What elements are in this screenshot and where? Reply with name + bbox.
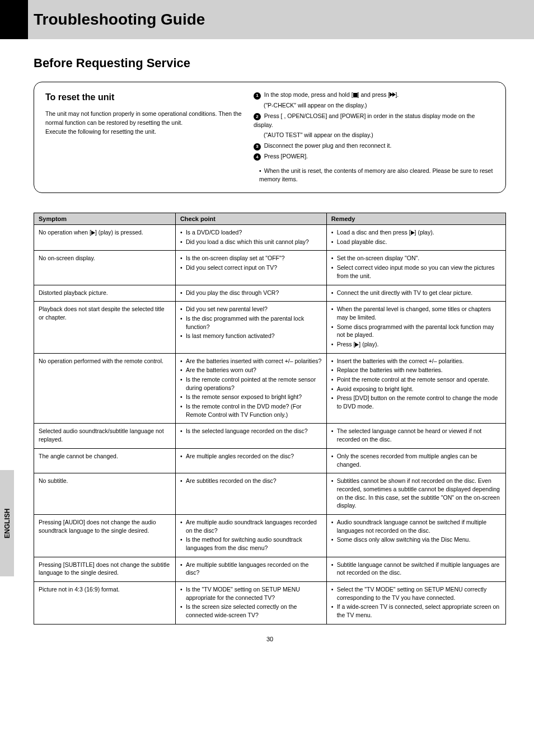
th-check: Check point [175, 213, 326, 225]
step-number-4: 4 [254, 153, 261, 161]
table-row: Distorted playback picture. •Did you pla… [34, 285, 506, 302]
table-row: No operation when [] (play) is pressed. … [34, 225, 506, 251]
check-text: Is the screen size selected correctly on… [186, 603, 322, 619]
cell-check: •Is the selected language recorded on th… [175, 424, 326, 448]
stop-icon [353, 93, 358, 97]
remedy-text: Subtitles cannot be shown if not recorde… [337, 477, 501, 510]
table-row: Pressing [SUBTITLE] does not change the … [34, 557, 506, 581]
check-text: Did you select correct input on TV? [186, 264, 322, 272]
check-text: Is the remote sensor exposed to bright l… [186, 393, 322, 401]
cell-remedy: •Subtitle language cannot be switched if… [326, 557, 505, 581]
remedy-text: When the parental level is changed, some… [337, 305, 501, 321]
cell-remedy: •Connect the unit directly with TV to ge… [326, 285, 505, 302]
remedy-text: Select correct video input mode so you c… [337, 264, 501, 280]
remedy-part: Load a disc and then press [ [337, 229, 411, 236]
remedy-text: Some discs programmed with the parental … [337, 323, 501, 339]
table-row: Pressing [AUDIO] does not change the aud… [34, 514, 506, 557]
table-row: No operation performed with the remote c… [34, 353, 506, 424]
th-symptom: Symptom [34, 213, 176, 225]
table-header-row: Symptom Check point Remedy [34, 213, 506, 225]
remedy-text: Avoid exposing to bright light. [337, 385, 501, 393]
cell-check: •Are subtitles recorded on the disc? [175, 473, 326, 515]
check-text: Is a DVD/CD loaded? [186, 228, 322, 237]
step-number-1: 1 [254, 92, 261, 100]
step2-text-main: , OPEN/CLOSE] and [POWER] in order in th… [254, 112, 475, 128]
symptom-text: ] (play) is pressed. [95, 229, 143, 236]
step1-indent: ("P-CHECK" will appear on the display.) [254, 101, 494, 110]
remedy-part: ] (play). [359, 341, 378, 348]
check-text: Is last memory function activated? [186, 332, 322, 340]
cell-symptom: Playback does not start despite the sele… [34, 302, 176, 353]
cell-check: •Are multiple audio soundtrack languages… [175, 514, 326, 557]
remedy-text: If a wide-screen TV is connected, select… [337, 603, 501, 619]
play-icon [411, 231, 415, 235]
step1-text-b: ] and press [ [358, 91, 390, 98]
remedy-text: Connect the unit directly with TV to get… [337, 289, 501, 297]
play-icon [91, 231, 95, 235]
reset-note: • When the unit is reset, the contents o… [254, 167, 494, 185]
cell-remedy: •Only the scenes recorded from multiple … [326, 448, 505, 473]
reset-right: 1 In the stop mode, press and hold [] an… [254, 91, 494, 184]
cell-check: •Are multiple subtitle languages recorde… [175, 557, 326, 581]
cell-check: •Did you play the disc through VCR? [175, 285, 326, 302]
remedy-text: The selected language cannot be heard or… [337, 427, 501, 443]
cell-check: •Are the batteries inserted with correct… [175, 353, 326, 424]
cell-check: •Are multiple angles recorded on the dis… [175, 448, 326, 473]
cell-check: •Is a DVD/CD loaded? •Did you load a dis… [175, 225, 326, 251]
check-text: Did you load a disc which this unit cann… [186, 238, 322, 246]
cell-symptom: Pressing [SUBTITLE] does not change the … [34, 557, 176, 581]
cell-symptom: No operation when [] (play) is pressed. [34, 225, 176, 251]
check-text: Are the batteries worn out? [186, 366, 322, 374]
remedy-text: Insert the batteries with the correct +/… [337, 357, 501, 365]
section-title: Before Requesting Service [34, 56, 506, 71]
cell-symptom: The angle cannot be changed. [34, 448, 176, 473]
cell-check: •Is the on-screen display set at "OFF"? … [175, 251, 326, 285]
cell-symptom: No on-screen display. [34, 251, 176, 285]
reset-step-2: 2 Press [ , OPEN/CLOSE] and [POWER] in o… [254, 112, 494, 130]
fast-forward-icon [390, 91, 395, 100]
remedy-text: Replace the batteries with new batteries… [337, 366, 501, 374]
symptom-text: No operation when [ [39, 229, 91, 236]
cell-remedy: •Audio soundtrack language cannot be swi… [326, 514, 505, 557]
check-text: Is the on-screen display set at "OFF"? [186, 254, 322, 262]
cell-symptom: Distorted playback picture. [34, 285, 176, 302]
check-text: Is the disc programmed with the parental… [186, 314, 322, 331]
table-row: No subtitle. •Are subtitles recorded on … [34, 473, 506, 515]
reset-title: To reset the unit [45, 91, 242, 104]
check-text: Is the "TV MODE" setting on SETUP MENU a… [186, 585, 322, 602]
step-number-2: 2 [254, 113, 261, 120]
step2-indent: ("AUTO TEST" will appear on the display.… [254, 131, 494, 140]
cell-symptom: No operation performed with the remote c… [34, 353, 176, 424]
cell-symptom: Selected audio soundtrack/subtitle langu… [34, 424, 176, 448]
reset-execute: Execute the following for resetting the … [45, 128, 242, 137]
remedy-text: Point the remote control at the remote s… [337, 375, 501, 384]
step4-text: Press [POWER]. [264, 153, 308, 159]
bullet-icon: • [259, 167, 263, 176]
remedy-text: Set the on-screen display "ON". [337, 254, 501, 262]
check-text: Is the remote control pointed at the rem… [186, 375, 322, 392]
reset-step-4: 4 Press [POWER]. [254, 152, 494, 161]
remedy-part: Press [ [337, 341, 355, 348]
top-black-tab [0, 0, 28, 39]
troubleshoot-table: Symptom Check point Remedy No operation … [34, 213, 506, 624]
check-text: Did you play the disc through VCR? [186, 289, 322, 297]
cell-check: •Is the "TV MODE" setting on SETUP MENU … [175, 582, 326, 624]
table-row: The angle cannot be changed. •Are multip… [34, 448, 506, 473]
remedy-text: Select the "TV MODE" setting on SETUP ME… [337, 585, 501, 602]
remedy-text: Subtitle language cannot be switched if … [337, 561, 501, 577]
check-text: Are multiple subtitle languages recorded… [186, 561, 322, 577]
step1-text-a: In the stop mode, press and hold [ [264, 91, 353, 98]
check-text: Are subtitles recorded on the disc? [186, 477, 322, 485]
cell-symptom: Pressing [AUDIO] does not change the aud… [34, 514, 176, 557]
cell-remedy: •Select the "TV MODE" setting on SETUP M… [326, 582, 505, 624]
page-number: 30 [34, 636, 506, 642]
reset-step-1: 1 In the stop mode, press and hold [] an… [254, 91, 494, 100]
cell-remedy: •Insert the batteries with the correct +… [326, 353, 505, 424]
check-text: Is the selected language recorded on the… [186, 427, 322, 435]
table-row: No on-screen display. •Is the on-screen … [34, 251, 506, 285]
remedy-text: Some discs only allow switching via the … [337, 536, 501, 544]
cell-check: •Did you set new parental level? •Is the… [175, 302, 326, 353]
cell-remedy: •Load a disc and then press [] (play). •… [326, 225, 505, 251]
reset-left: To reset the unit The unit may not funct… [45, 91, 242, 184]
step-number-3: 3 [254, 143, 261, 151]
